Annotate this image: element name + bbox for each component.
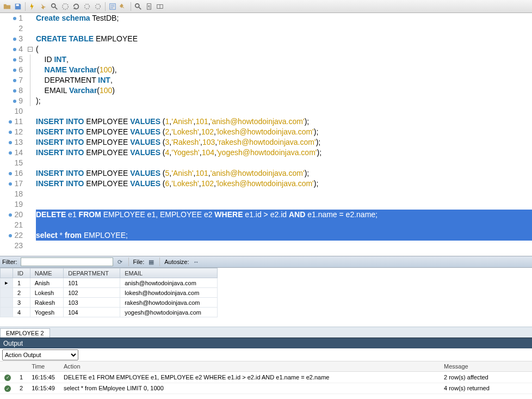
stop-icon[interactable] <box>60 2 70 11</box>
refresh-filter-icon[interactable]: ⟳ <box>116 258 124 266</box>
file-export-icon[interactable]: ▦ <box>147 258 155 266</box>
line-number[interactable]: 21 <box>0 220 23 230</box>
code-line[interactable]: select * from EMPLOYEE; <box>36 230 532 241</box>
line-number[interactable]: 2 <box>0 23 23 34</box>
column-header[interactable]: DEPARTMENT <box>64 268 120 278</box>
code-line[interactable] <box>36 220 532 230</box>
code-line[interactable] <box>36 241 532 251</box>
column-header[interactable]: NAME <box>30 268 64 278</box>
line-number[interactable]: 17 <box>0 179 23 189</box>
code-line[interactable]: DELETE e1 FROM EMPLOYEE e1, EMPLOYEE e2 … <box>36 210 532 220</box>
code-line[interactable]: NAME Varchar(100), <box>36 65 532 75</box>
info-icon[interactable]: ¶ <box>144 2 154 11</box>
line-number[interactable]: 3 <box>0 34 23 44</box>
code-line[interactable]: INSERT INTO EMPLOYEE VALUES (3,'Rakesh',… <box>36 137 532 148</box>
open-icon[interactable] <box>2 2 12 11</box>
line-number[interactable]: 15 <box>0 158 23 168</box>
line-number[interactable]: 1 <box>0 13 23 23</box>
beautify-icon[interactable] <box>39 2 48 11</box>
output-log-table: Time Action Message ✓116:15:45DELETE e1 … <box>0 361 532 394</box>
plan-icon[interactable] <box>108 2 117 11</box>
code-line[interactable] <box>36 158 532 168</box>
line-number[interactable]: 23 <box>0 241 23 251</box>
output-row[interactable]: ✓116:15:45DELETE e1 FROM EMPLOYEE e1, EM… <box>0 372 532 383</box>
line-number[interactable]: 14 <box>0 148 23 158</box>
line-number[interactable]: 8 <box>0 85 23 96</box>
code-line[interactable]: ); <box>36 96 532 106</box>
line-number[interactable]: 22 <box>0 230 23 241</box>
code-line[interactable] <box>36 23 532 34</box>
code-line[interactable] <box>36 199 532 210</box>
save-icon[interactable] <box>13 2 23 11</box>
toggle-icon[interactable] <box>155 2 165 11</box>
code-line[interactable]: INSERT INTO EMPLOYEE VALUES (1,'Anish',1… <box>36 116 532 127</box>
line-number[interactable]: 19 <box>0 199 23 210</box>
rollback-icon[interactable] <box>93 2 103 11</box>
output-col-message: Message <box>440 361 532 372</box>
svg-line-2 <box>55 7 57 9</box>
refresh-icon[interactable] <box>71 2 81 11</box>
line-number[interactable]: 6 <box>0 65 23 75</box>
output-title: Output <box>3 340 23 347</box>
svg-point-4 <box>85 4 90 9</box>
file-label: File: <box>133 259 145 265</box>
column-header[interactable]: ID <box>13 268 30 278</box>
table-row[interactable]: ▸1Anish101anish@howtodoinjava.com <box>1 278 218 288</box>
line-number[interactable]: 10 <box>0 106 23 116</box>
zoom-icon[interactable] <box>133 2 143 11</box>
svg-point-5 <box>96 4 101 9</box>
code-line[interactable]: ( <box>36 44 532 54</box>
line-number[interactable]: 16 <box>0 168 23 179</box>
table-row[interactable]: 2Lokesh102lokesh@howtodoinjava.com <box>1 288 218 298</box>
commit-icon[interactable] <box>82 2 92 11</box>
code-line[interactable]: INSERT INTO EMPLOYEE VALUES (6,'Lokesh',… <box>36 179 532 189</box>
svg-point-1 <box>52 3 55 7</box>
autosize-icon[interactable]: ↔ <box>193 258 200 266</box>
code-line[interactable]: INSERT INTO EMPLOYEE VALUES (5,'Anish',1… <box>36 168 532 179</box>
line-number[interactable]: 18 <box>0 189 23 199</box>
output-mode-select[interactable]: Action Output <box>2 349 78 360</box>
line-number[interactable]: 13 <box>0 137 23 148</box>
code-line[interactable]: ID INT, <box>36 54 532 65</box>
svg-point-7 <box>135 3 139 7</box>
line-number[interactable]: 20 <box>0 210 23 220</box>
results-grid[interactable]: IDNAMEDEPARTMENTEMAIL ▸1Anish101anish@ho… <box>0 268 218 317</box>
column-header[interactable]: EMAIL <box>120 268 218 278</box>
code-line[interactable]: Create schema TestDB; <box>36 13 532 23</box>
table-row[interactable]: 3Rakesh103rakesh@howtodoinjava.com <box>1 298 218 308</box>
table-row[interactable]: 4Yogesh104yogesh@howtodoinjava.com <box>1 308 218 317</box>
line-number[interactable]: 12 <box>0 127 23 137</box>
output-panel-header: Output <box>0 337 532 348</box>
code-line[interactable] <box>36 189 532 199</box>
code-line[interactable]: INSERT INTO EMPLOYEE VALUES (4,'Yogesh',… <box>36 148 532 158</box>
export-icon[interactable] <box>119 2 128 11</box>
code-line[interactable]: EMAIL Varchar(100) <box>36 85 532 96</box>
search-icon[interactable] <box>50 2 59 11</box>
result-tab[interactable]: EMPLOYEE 2 <box>0 328 50 337</box>
code-line[interactable] <box>36 106 532 116</box>
output-row[interactable]: ✓216:15:49select * from EMployee LIMIT 0… <box>0 383 532 394</box>
line-number[interactable]: 9 <box>0 96 23 106</box>
svg-text:¶: ¶ <box>148 4 150 9</box>
svg-point-3 <box>63 3 69 9</box>
sql-toolbar: ¶ <box>0 0 532 13</box>
output-col-action: Action <box>59 361 440 372</box>
code-line[interactable]: CREATE TABLE EMPLOYEE <box>36 34 532 44</box>
sql-editor[interactable]: 1234567891011121314151617181920212223 − … <box>0 13 532 256</box>
code-line[interactable]: INSERT INTO EMPLOYEE VALUES (2,'Lokesh',… <box>36 127 532 137</box>
line-number[interactable]: 4 <box>0 44 23 54</box>
fold-toggle-icon[interactable]: − <box>28 47 33 52</box>
execute-icon[interactable] <box>28 2 38 11</box>
line-number[interactable]: 11 <box>0 116 23 127</box>
results-tab-bar: EMPLOYEE 2 <box>0 327 532 337</box>
line-number[interactable]: 5 <box>0 54 23 65</box>
autosize-label: Autosize: <box>164 259 189 265</box>
svg-line-8 <box>139 7 141 9</box>
output-toolbar: Action Output <box>0 348 532 361</box>
results-filter-bar: Filter: ⟳ File: ▦ Autosize: ↔ <box>0 256 532 268</box>
success-icon: ✓ <box>4 375 11 381</box>
line-number[interactable]: 7 <box>0 75 23 85</box>
filter-input[interactable] <box>21 257 113 266</box>
results-grid-container[interactable]: IDNAMEDEPARTMENTEMAIL ▸1Anish101anish@ho… <box>0 268 532 327</box>
code-line[interactable]: DEPARTMENT INT, <box>36 75 532 85</box>
